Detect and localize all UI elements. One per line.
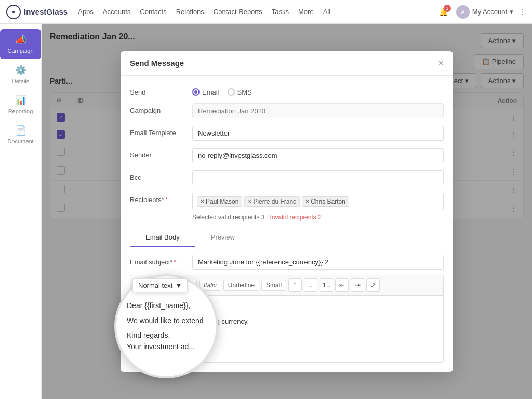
magnify-text: Dear {{first_name}}, We would like to ex… <box>127 300 206 353</box>
notification-badge: 1 <box>444 5 451 12</box>
email-option-label: Email <box>202 88 219 96</box>
logo-icon: ● <box>6 5 21 19</box>
magnify-line-4: Your investment ad... <box>127 341 206 352</box>
ol-button[interactable]: 1≡ <box>320 278 333 292</box>
sidebar-item-campaign[interactable]: 📣 Campaign <box>0 29 41 59</box>
small-button[interactable]: Small <box>261 280 286 291</box>
sidebar-item-reporting[interactable]: 📊 Reporting <box>0 89 41 119</box>
magnify-line-2: We would like to extend <box>127 315 206 326</box>
campaign-label: Campaign <box>130 103 192 114</box>
navbar: ● InvestGlass Apps Accounts Contacts Rel… <box>0 0 532 24</box>
invalid-recipients-link[interactable]: Invalid recipients 2 <box>270 214 321 221</box>
normal-text-label: Normal text <box>138 282 172 289</box>
account-label: My Account <box>472 8 507 16</box>
recipient-tag-3: × Chris Barton <box>302 196 349 207</box>
normal-text-dropdown[interactable]: Normal text ▼ <box>132 278 188 292</box>
sidebar-item-document[interactable]: 📄 Document <box>0 119 41 150</box>
campaign-icon: 📣 <box>15 34 26 46</box>
email-subject-input[interactable] <box>192 255 444 270</box>
recipients-row: Recipients* × Paul Mason × Pierre du Fra… <box>130 193 444 221</box>
sms-option-label: SMS <box>237 88 252 96</box>
recipient-tag-2: × Pierre du Franc <box>244 196 300 207</box>
tag-x-3[interactable]: × <box>305 198 309 205</box>
nav-accounts[interactable]: Accounts <box>103 6 130 18</box>
ul-button[interactable]: ≡ <box>304 278 317 292</box>
sidebar-campaign-label: Campaign <box>7 48 33 54</box>
sms-radio[interactable] <box>228 88 235 96</box>
campaign-row: Campaign Remediation Jan 2020 <box>130 103 444 118</box>
nav-contact-reports[interactable]: Contact Reports <box>214 6 262 18</box>
modal-title: Send Message <box>130 59 184 68</box>
magnify-line-3: Kind regards, <box>127 329 206 341</box>
modal-close-button[interactable]: × <box>438 59 444 68</box>
email-template-label: Email Template <box>130 126 192 137</box>
tag-x-1[interactable]: × <box>201 198 204 205</box>
sidebar-reporting-label: Reporting <box>8 108 33 114</box>
nav-contacts[interactable]: Contacts <box>140 6 166 18</box>
navbar-logo-text: InvestGlass <box>24 7 68 16</box>
sms-option[interactable]: SMS <box>228 88 252 96</box>
main-area: 📣 Campaign ⚙️ Details 📊 Reporting 📄 Docu… <box>0 24 532 399</box>
nav-apps[interactable]: Apps <box>78 6 94 18</box>
sidebar-item-details[interactable]: ⚙️ Details <box>0 59 41 89</box>
reporting-icon: 📊 <box>15 95 26 106</box>
underline-button[interactable]: Underline <box>223 280 259 291</box>
page-content: Remediation Jan 20... Actions ▾ 📋 Pipeli… <box>42 24 532 399</box>
email-subject-label: Email subject* <box>130 258 192 266</box>
send-row: Send Email SMS <box>130 85 444 96</box>
account-chevron: ▾ <box>510 8 513 16</box>
recipients-input[interactable]: × Paul Mason × Pierre du Franc × Chris B… <box>192 193 444 210</box>
nav-more[interactable]: More <box>298 6 314 18</box>
details-icon: ⚙️ <box>15 64 26 76</box>
recipients-info: Selected valid recipients 3 Invalid reci… <box>192 214 444 221</box>
bcc-label: Bcc <box>130 170 192 181</box>
magnify-line-1: Dear {{first_name}}, <box>127 300 206 311</box>
link-button[interactable]: ↗ <box>366 278 380 292</box>
tab-email-body[interactable]: Email Body <box>130 228 195 247</box>
email-radio[interactable] <box>192 88 200 96</box>
sidebar-details-label: Details <box>12 78 30 84</box>
sidebar-document-label: Document <box>7 138 33 144</box>
indent-left-button[interactable]: ⇤ <box>335 278 349 292</box>
recipients-label: Recipients* <box>130 193 192 204</box>
notification-button[interactable]: 🔔 1 <box>436 5 451 19</box>
subject-row: Email subject* <box>130 255 444 270</box>
email-option[interactable]: Email <box>192 88 219 96</box>
email-template-row: Email Template <box>130 126 444 141</box>
avatar: A <box>456 5 470 19</box>
indent-right-button[interactable]: ⇥ <box>351 278 364 292</box>
nav-tasks[interactable]: Tasks <box>272 6 289 18</box>
quote-button[interactable]: " <box>288 278 302 292</box>
bcc-row: Bcc <box>130 170 444 185</box>
sender-row: Sender <box>130 148 444 163</box>
send-options: Email SMS <box>192 85 252 96</box>
sender-label: Sender <box>130 148 192 159</box>
navbar-right: 🔔 1 A My Account ▾ ⋮ <box>436 5 526 19</box>
recipient-tag-1: × Paul Mason <box>197 196 242 207</box>
modal-overlay: Send Message × Send Email <box>42 24 532 399</box>
document-icon: 📄 <box>15 125 26 136</box>
email-template-input[interactable] <box>192 126 444 141</box>
tab-preview[interactable]: Preview <box>195 228 250 247</box>
account-button[interactable]: A My Account ▾ <box>456 5 513 19</box>
more-menu-icon[interactable]: ⋮ <box>518 8 526 16</box>
modal-header: Send Message × <box>121 51 453 76</box>
valid-recipients-count: Selected valid recipients 3 <box>192 214 264 221</box>
navbar-logo: ● InvestGlass <box>6 5 68 19</box>
modal-tabs: Email Body Preview <box>121 228 453 247</box>
bcc-input[interactable] <box>192 170 444 185</box>
normal-text-chevron: ▼ <box>175 282 182 289</box>
nav-all[interactable]: All <box>323 6 330 18</box>
campaign-value: Remediation Jan 2020 <box>192 103 444 118</box>
sender-input[interactable] <box>192 148 444 163</box>
nav-relations[interactable]: Relations <box>176 6 204 18</box>
tag-x-2[interactable]: × <box>248 198 251 205</box>
navbar-links: Apps Accounts Contacts Relations Contact… <box>78 6 436 18</box>
send-label: Send <box>130 85 192 96</box>
sidebar: 📣 Campaign ⚙️ Details 📊 Reporting 📄 Docu… <box>0 24 42 399</box>
